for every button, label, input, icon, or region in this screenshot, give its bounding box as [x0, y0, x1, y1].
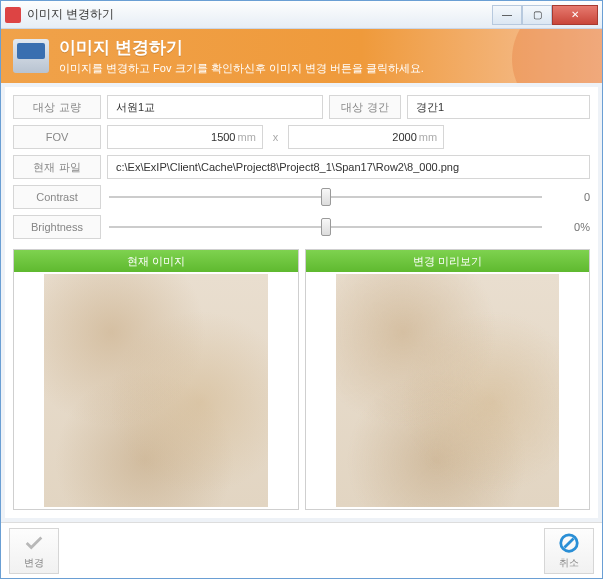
header-title: 이미지 변경하기 [59, 36, 424, 59]
contrast-slider[interactable] [109, 187, 542, 207]
computer-icon [13, 39, 49, 73]
image-panels: 현재 이미지 변경 미리보기 [13, 249, 590, 510]
brightness-slider[interactable] [109, 217, 542, 237]
panel-preview: 변경 미리보기 [305, 249, 591, 510]
minimize-button[interactable]: — [492, 5, 522, 25]
row-fov: FOV 1500 mm x 2000 mm [13, 125, 590, 149]
fov-width-field[interactable]: 1500 mm [107, 125, 263, 149]
contrast-thumb[interactable] [321, 188, 331, 206]
maximize-button[interactable]: ▢ [522, 5, 552, 25]
span-value: 경간1 [416, 100, 444, 115]
row-brightness: Brightness 0% [13, 215, 590, 239]
footer: 변경 취소 [1, 522, 602, 578]
brightness-thumb[interactable] [321, 218, 331, 236]
header-text: 이미지 변경하기 이미지를 변경하고 Fov 크기를 확인하신후 이미지 변경 … [59, 36, 424, 76]
window: 이미지 변경하기 — ▢ ✕ 이미지 변경하기 이미지를 변경하고 Fov 크기… [0, 0, 603, 579]
span-field[interactable]: 경간1 [407, 95, 590, 119]
fov-height-field[interactable]: 2000 mm [288, 125, 444, 149]
contrast-value: 0 [550, 191, 590, 203]
app-icon [5, 7, 21, 23]
brightness-label: Brightness [13, 215, 101, 239]
fov-label: FOV [13, 125, 101, 149]
check-icon [23, 532, 45, 554]
panel-preview-title: 변경 미리보기 [306, 250, 590, 272]
cancel-button[interactable]: 취소 [544, 528, 594, 574]
titlebar: 이미지 변경하기 — ▢ ✕ [1, 1, 602, 29]
preview-image [336, 274, 560, 507]
brightness-value: 0% [550, 221, 590, 233]
window-title: 이미지 변경하기 [27, 6, 492, 23]
close-button[interactable]: ✕ [552, 5, 598, 25]
content-area: 대상 교량 서원1교 대상 경간 경간1 FOV 1500 mm x 2000 … [5, 87, 598, 518]
panel-preview-body [306, 272, 590, 509]
bridge-field[interactable]: 서원1교 [107, 95, 323, 119]
bridge-label: 대상 교량 [13, 95, 101, 119]
span-label: 대상 경간 [329, 95, 401, 119]
fov-height-unit: mm [419, 131, 437, 143]
svg-line-1 [564, 538, 573, 547]
file-label: 현재 파일 [13, 155, 101, 179]
window-controls: — ▢ ✕ [492, 5, 598, 25]
fov-multiply-icon: x [269, 131, 283, 143]
panel-current: 현재 이미지 [13, 249, 299, 510]
bridge-value: 서원1교 [116, 100, 155, 115]
panel-current-body [14, 272, 298, 509]
contrast-label: Contrast [13, 185, 101, 209]
fov-width-value: 1500 [211, 131, 235, 143]
fov-width-unit: mm [238, 131, 256, 143]
header-subtitle: 이미지를 변경하고 Fov 크기를 확인하신후 이미지 변경 버튼을 클릭하세요… [59, 61, 424, 76]
header-banner: 이미지 변경하기 이미지를 변경하고 Fov 크기를 확인하신후 이미지 변경 … [1, 29, 602, 83]
cancel-icon [558, 532, 580, 554]
row-contrast: Contrast 0 [13, 185, 590, 209]
apply-button[interactable]: 변경 [9, 528, 59, 574]
fov-height-value: 2000 [392, 131, 416, 143]
apply-label: 변경 [24, 556, 44, 570]
file-value: c:\Ex\ExIP\Client\Cache\Project8\Project… [116, 161, 459, 173]
row-bridge-span: 대상 교량 서원1교 대상 경간 경간1 [13, 95, 590, 119]
current-image [44, 274, 268, 507]
cancel-label: 취소 [559, 556, 579, 570]
file-field[interactable]: c:\Ex\ExIP\Client\Cache\Project8\Project… [107, 155, 590, 179]
panel-current-title: 현재 이미지 [14, 250, 298, 272]
row-file: 현재 파일 c:\Ex\ExIP\Client\Cache\Project8\P… [13, 155, 590, 179]
